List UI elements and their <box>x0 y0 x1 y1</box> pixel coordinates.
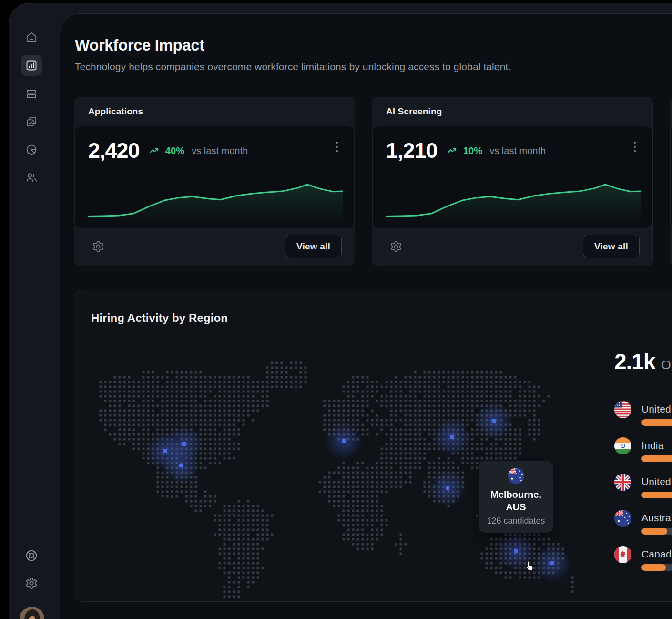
delta-value: 10% <box>463 145 483 156</box>
view-all-button[interactable]: View all <box>583 235 640 258</box>
hand-cursor-icon <box>523 560 536 575</box>
australia-flag-icon <box>508 468 524 484</box>
divider <box>91 345 672 345</box>
sidebar-item-home[interactable] <box>21 27 42 48</box>
sidebar-item-reports[interactable] <box>21 139 42 160</box>
sidebar-item-tasks[interactable] <box>21 111 42 132</box>
rows-icon <box>25 88 38 100</box>
ai-screening-line-chart <box>386 183 641 224</box>
gear-icon[interactable] <box>389 240 403 253</box>
sidebar-item-help[interactable] <box>21 545 42 566</box>
page-title: Workforce Impact <box>75 36 204 54</box>
country-row: Australia <box>614 510 672 535</box>
country-name: Australia <box>641 512 672 524</box>
sidebar-item-rows[interactable] <box>21 83 42 104</box>
tooltip-candidates: 126 candidates <box>487 516 545 526</box>
stat-card-applications: Applications 2,420 40% vs last month Vie… <box>74 97 355 266</box>
tooltip-city: Melbourne, <box>490 489 541 500</box>
sidebar-item-team[interactable] <box>21 167 42 188</box>
uk-flag-icon <box>614 474 631 491</box>
trend-up-icon <box>149 145 160 156</box>
canada-flag-icon <box>614 546 631 563</box>
bar-chart-icon <box>25 59 38 72</box>
country-progress-bar <box>641 492 672 498</box>
page-subtitle: Technology helps companies overcome work… <box>75 61 511 72</box>
life-buoy-icon <box>25 549 38 562</box>
country-progress-bar <box>641 455 672 462</box>
hiring-activity-card: Hiring Activity by Region Melbourne,AUS … <box>74 290 672 602</box>
country-name: United Kingdom <box>641 476 672 487</box>
tooltip-country: AUS <box>506 502 526 512</box>
stat-card-ai-screening: AI Screening 1,210 10% vs last month Vie… <box>372 97 653 266</box>
pie-chart-icon <box>25 144 38 156</box>
delta-note: vs last month <box>489 145 546 156</box>
country-progress-bar <box>641 564 672 571</box>
card-footer: View all <box>74 227 355 266</box>
australia-flag-icon <box>614 510 631 527</box>
country-progress-bar <box>641 528 672 535</box>
card-body: 2,420 40% vs last month <box>74 126 355 228</box>
country-row: India <box>614 437 672 462</box>
country-progress-bar <box>641 419 672 426</box>
card-title: AI Screening <box>372 97 652 126</box>
open-positions-total: 2.1k Open positions <box>614 349 672 374</box>
stat-value: 1,210 <box>386 138 438 163</box>
kebab-menu-icon[interactable] <box>330 139 344 155</box>
delta-value: 40% <box>165 145 185 156</box>
app-window: Workforce Impact Technology helps compan… <box>0 0 672 619</box>
map-tooltip-melbourne: Melbourne,AUS 126 candidates <box>479 461 553 533</box>
card-body: 1,210 10% vs last month <box>372 126 652 228</box>
applications-line-chart <box>88 183 343 224</box>
copy-check-icon <box>25 115 38 128</box>
kebab-menu-icon[interactable] <box>628 139 641 155</box>
home-icon <box>25 31 38 43</box>
country-row: Canada <box>614 546 672 571</box>
section-title: Hiring Activity by Region <box>91 311 228 325</box>
stat-card-partial <box>670 97 672 266</box>
users-icon <box>25 171 38 184</box>
settings-icon <box>25 577 38 590</box>
delta-note: vs last month <box>192 145 248 156</box>
country-name: Canada <box>641 548 672 560</box>
view-all-button[interactable]: View all <box>285 235 342 258</box>
india-flag-icon <box>614 437 631 454</box>
trend-up-icon <box>447 145 458 156</box>
country-name: India <box>641 440 672 451</box>
card-footer: View all <box>372 227 652 266</box>
country-row: United Kingdom <box>614 474 672 498</box>
stat-value: 2,420 <box>88 138 140 163</box>
country-row: United States <box>614 401 672 426</box>
world-map[interactable]: Melbourne,AUS 126 candidates <box>89 356 575 601</box>
total-value: 2.1k <box>614 349 655 374</box>
us-flag-icon <box>614 401 631 418</box>
total-label: Open positions <box>662 358 672 372</box>
sidebar-item-analytics[interactable] <box>21 55 42 76</box>
card-title: Applications <box>74 97 355 126</box>
sidebar-item-settings[interactable] <box>21 573 42 594</box>
gear-icon[interactable] <box>92 240 105 253</box>
country-name: United States <box>641 403 672 415</box>
